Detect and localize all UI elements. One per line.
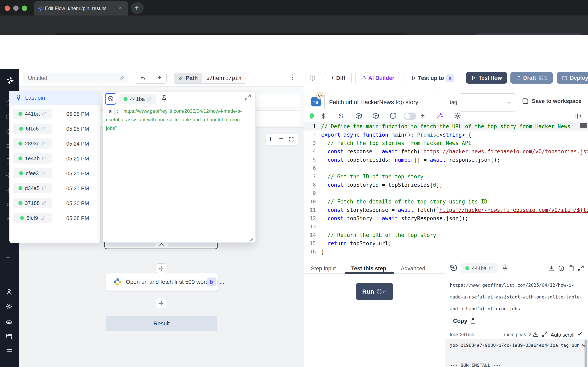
docs-button[interactable] [305, 72, 319, 84]
external-link-icon[interactable] [42, 142, 46, 146]
run-id-badge[interactable]: 441ba [461, 263, 498, 273]
tab-step-input[interactable]: Step Input [311, 266, 336, 272]
pin-run-row[interactable]: 2893d05:24 PM [9, 136, 100, 151]
insert-step-button[interactable] [156, 263, 166, 274]
code-line[interactable]: 8 const topStoryId = topStoriesIds[0]; [304, 181, 588, 189]
external-link-icon[interactable] [41, 127, 45, 131]
history-toggle-button[interactable] [105, 93, 116, 105]
zoom-out-button[interactable]: − [279, 134, 283, 142]
code-line[interactable]: 2export async function main(): Promise<s… [304, 131, 588, 139]
external-link-icon[interactable] [147, 97, 151, 101]
pin-run-row[interactable]: 3718805:20 PM [9, 196, 100, 211]
pin-run-row[interactable]: 441ba05:25 PM [9, 106, 100, 121]
tab-test-this-step[interactable]: Test this step [351, 266, 386, 272]
close-window-button[interactable] [5, 6, 10, 11]
run-id-badge[interactable]: 441ba [119, 94, 156, 104]
external-link-icon[interactable] [42, 156, 46, 160]
expand-result-icon[interactable] [578, 265, 584, 272]
run-id-badge[interactable]: cfee3 [13, 168, 52, 178]
diff-button[interactable]: ± Diff [325, 72, 352, 84]
auto-scroll-label[interactable]: Auto scroll [551, 332, 575, 338]
code-line[interactable]: 7 // Get the ID of the top story [304, 172, 588, 181]
code-line[interactable]: 5 const topStoriesIds: number[] = await … [304, 156, 588, 164]
test-flow-button[interactable]: Test flow [466, 72, 507, 83]
copy-button[interactable]: Copy [453, 318, 476, 324]
code-editor[interactable]: 1// Define the main function to fetch th… [304, 122, 588, 260]
minimize-window-button[interactable] [13, 6, 18, 11]
draft-button[interactable]: Draft ⌘S [510, 72, 553, 83]
library-icon[interactable] [575, 112, 582, 119]
external-link-icon[interactable] [41, 171, 45, 175]
external-link-icon[interactable] [40, 216, 44, 220]
ai-builder-button[interactable]: AI Builder [355, 72, 399, 84]
pin-icon[interactable] [502, 264, 508, 273]
pin-run-row[interactable]: 6fcf905:08 PM [9, 211, 100, 225]
list-icon[interactable] [6, 348, 13, 355]
code-line[interactable]: 15 return topStory.url; [304, 239, 588, 248]
editor-settings-gear-icon[interactable] [454, 112, 461, 119]
run-id-badge[interactable]: 37188 [13, 198, 52, 208]
tag-select[interactable] [459, 93, 516, 111]
auto-scroll-checkmark-icon[interactable]: ✓ [578, 330, 583, 337]
pin-run-row[interactable]: 6f1c605:25 PM [9, 121, 100, 136]
editor-scrollbar-thumb[interactable] [580, 123, 587, 128]
code-line[interactable]: 9 [304, 189, 588, 197]
chevron-up-icon[interactable] [158, 242, 164, 247]
code-line[interactable]: 6 [304, 164, 588, 172]
pin-icon[interactable] [161, 94, 167, 103]
run-id-badge[interactable]: d34a5 [13, 183, 52, 193]
run-id-badge[interactable]: 6f1c6 [13, 124, 52, 134]
log-output[interactable]: job=019634e7-9d30-b7cb-1e89-03a64ed441ba… [445, 339, 588, 367]
tab-advanced[interactable]: Advanced [401, 266, 425, 272]
run-button[interactable]: Run ⌘↵ [356, 283, 393, 300]
code-line[interactable]: 13 [304, 222, 588, 231]
code-line[interactable]: 10 // Fetch the details of the top story… [304, 197, 588, 206]
step-summary-input[interactable]: Fetch url of HackerNews top story [324, 93, 440, 111]
copy-result-icon[interactable] [568, 265, 574, 272]
worker-robot-icon[interactable] [6, 318, 13, 325]
code-line[interactable]: 1// Define the main function to fetch th… [304, 122, 588, 131]
expand-logs-icon[interactable] [542, 331, 548, 337]
step-node-python[interactable]: Open url and fetch first 500 words of ..… [106, 273, 218, 291]
deploy-button[interactable]: Deploy [557, 72, 588, 83]
zoom-window-button[interactable] [22, 6, 27, 11]
new-tab-button[interactable]: + [131, 2, 144, 14]
expand-popup-icon[interactable] [244, 94, 251, 101]
toggle-switch[interactable] [404, 113, 416, 120]
zoom-in-button[interactable]: + [268, 135, 273, 143]
path-widget[interactable]: Path u/henri/pin [174, 73, 246, 83]
package-icon[interactable] [355, 112, 362, 119]
package-icon[interactable] [372, 112, 380, 119]
env-vars-icon[interactable]: $ [321, 112, 325, 120]
header-kebab-icon[interactable]: ⋮ [289, 73, 296, 81]
pin-run-row[interactable]: cfee305:21 PM [9, 166, 100, 181]
redo-button[interactable] [151, 73, 166, 83]
run-id-badge[interactable]: 1e4ab [13, 153, 52, 164]
info-icon[interactable] [558, 265, 564, 272]
external-link-icon[interactable] [42, 112, 46, 116]
code-line[interactable]: 14 // Return the URL of the top story [304, 231, 588, 239]
history-icon[interactable] [450, 264, 458, 272]
log-vertical-scrollbar[interactable] [585, 340, 587, 367]
diff-mode-icon[interactable]: ± [421, 112, 425, 120]
gear-icon[interactable] [6, 303, 13, 310]
code-line[interactable]: 12 const topStory = await storyResponse.… [304, 214, 588, 222]
browser-tab[interactable]: Edit Flow u/henri/pin_results × [34, 1, 128, 16]
pin-run-row[interactable]: 1e4ab05:21 PM [9, 151, 100, 166]
tab-close-icon[interactable]: × [119, 4, 122, 11]
pin-run-row[interactable]: d34a505:21 PM [9, 181, 100, 196]
external-link-icon[interactable] [489, 266, 493, 270]
external-link-icon[interactable] [42, 186, 46, 190]
download-result-icon[interactable] [548, 265, 555, 272]
code-line[interactable]: 3 // Fetch the top stories from Hacker N… [304, 139, 588, 147]
test-up-to-button[interactable]: Test up to a [403, 72, 462, 84]
insert-step-button[interactable] [156, 298, 166, 308]
folder-icon[interactable] [6, 333, 13, 340]
code-line[interactable]: 16} [304, 248, 588, 256]
ai-wand-icon[interactable] [436, 112, 443, 119]
context-vars-icon[interactable]: $ [339, 112, 343, 120]
download-logs-icon[interactable] [533, 331, 539, 337]
fit-view-icon[interactable] [288, 136, 294, 142]
code-line[interactable]: 11 const storyResponse = await fetch(`ht… [304, 206, 588, 214]
flow-title-input[interactable]: Untitled [24, 73, 128, 83]
